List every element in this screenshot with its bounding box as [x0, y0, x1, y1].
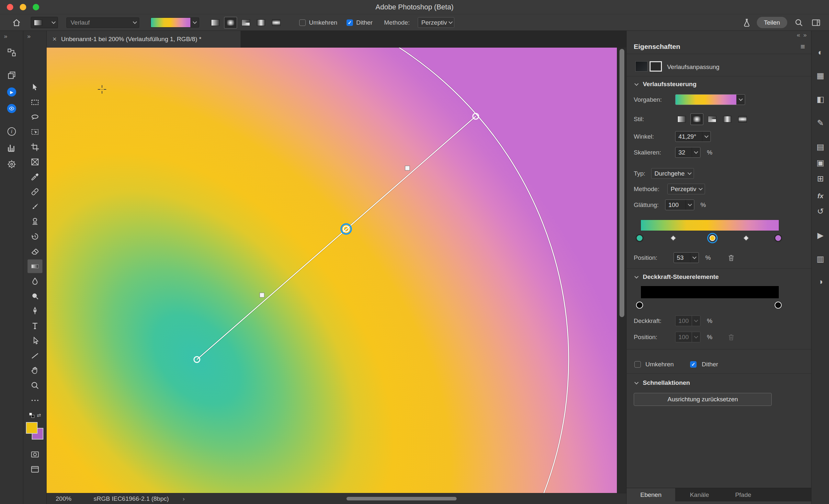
gradient-midpoint-diamond[interactable]	[744, 236, 749, 241]
shapes-panel-icon[interactable]: ▣	[812, 158, 829, 168]
close-tab-icon[interactable]: ×	[52, 35, 57, 43]
stil-reflected-button[interactable]	[721, 113, 734, 125]
navigator-panel-button[interactable]	[0, 159, 23, 169]
tool-preset-picker[interactable]	[31, 14, 58, 31]
props-umkehren-checkbox[interactable]	[635, 361, 641, 368]
actions-panel-icon[interactable]: ▶	[812, 230, 829, 240]
opacity-stop-end[interactable]	[774, 301, 782, 309]
frame-tool[interactable]	[23, 154, 47, 170]
gradient-style-reflected-button[interactable]	[255, 17, 267, 29]
workspace-switcher[interactable]	[811, 14, 821, 31]
winkel-input[interactable]: 41,29°	[675, 131, 711, 142]
history-panel-icon[interactable]: ↺	[812, 207, 829, 216]
edit-toolbar-button[interactable]	[23, 393, 47, 408]
nodes-panel-button[interactable]	[0, 48, 23, 57]
chevron-down-icon[interactable]	[690, 253, 698, 263]
home-button[interactable]	[12, 14, 22, 31]
props-dither-checkbox[interactable]: ✓	[690, 361, 696, 368]
styles-panel-icon[interactable]: fx	[812, 192, 829, 200]
properties-tab[interactable]: Eigenschaften	[634, 43, 680, 50]
stil-radial-button[interactable]	[690, 113, 704, 125]
brushes-panel-icon[interactable]: ✎	[812, 118, 829, 128]
type-tool[interactable]	[23, 318, 47, 333]
move-tool[interactable]	[23, 80, 47, 95]
brush-tool[interactable]	[23, 199, 47, 214]
libraries-panel-button[interactable]	[0, 71, 23, 80]
methode-dropdown[interactable]: Perzeptiv	[418, 14, 454, 31]
foreground-color-swatch[interactable]	[26, 422, 38, 434]
position2-input[interactable]: 100	[675, 332, 700, 343]
chevron-down-icon[interactable]	[702, 132, 711, 142]
comments-panel-icon[interactable]: ◑	[812, 277, 829, 286]
gradient-style-radial-button[interactable]	[224, 17, 237, 29]
dither-checkbox-row[interactable]: ✓ Dither	[347, 14, 373, 31]
object-selection-tool[interactable]	[23, 125, 47, 140]
gradient-style-linear-button[interactable]	[209, 17, 222, 29]
methode-dropdown[interactable]: Perzeptiv	[668, 184, 705, 194]
glaettung-input[interactable]: 100	[665, 200, 694, 210]
section-schnellaktionen[interactable]: Schnellaktionen	[626, 378, 812, 388]
section-deckkraft[interactable]: Deckkraft-Steuerelemente	[626, 272, 812, 282]
hand-tool[interactable]	[23, 363, 47, 378]
dither-checkbox[interactable]: ✓	[347, 20, 353, 26]
gradients-panel-icon[interactable]: ◧	[812, 95, 829, 104]
histogram-panel-button[interactable]	[0, 143, 23, 153]
delete-opacity-stop-button[interactable]	[727, 333, 735, 342]
expand-toolbar-button[interactable]: »	[27, 33, 30, 40]
line-tool[interactable]	[23, 348, 47, 363]
expand-dock-button[interactable]: »	[4, 33, 6, 40]
collapse-dock-icon[interactable]: «	[797, 31, 800, 38]
canvas-area[interactable]	[47, 48, 617, 493]
chevron-down-icon[interactable]	[686, 200, 694, 210]
beta-flask-button[interactable]	[742, 14, 752, 31]
marquee-tool[interactable]	[23, 95, 47, 110]
tool-presets-panel-icon[interactable]: ▥	[812, 254, 829, 264]
history-brush-tool[interactable]	[23, 229, 47, 244]
skalieren-input[interactable]: 32	[675, 147, 700, 158]
eraser-tool[interactable]	[23, 244, 47, 259]
stil-angle-button[interactable]	[706, 113, 719, 125]
panel-menu-icon[interactable]: ≡	[800, 42, 805, 51]
screen-mode-button[interactable]	[23, 462, 47, 477]
clone-stamp-tool[interactable]	[23, 214, 47, 229]
crop-tool[interactable]	[23, 140, 47, 154]
deckkraft-input[interactable]: 100	[675, 316, 700, 326]
section-verlaufssteuerung[interactable]: Verlaufssteuerung	[626, 79, 812, 89]
quick-mask-button[interactable]	[23, 447, 47, 462]
search-button[interactable]	[794, 14, 804, 31]
expand-dock-icon[interactable]: »	[803, 31, 807, 38]
default-colors-button[interactable]	[29, 413, 34, 418]
preview-panel-button[interactable]	[0, 104, 23, 113]
zoom-tool[interactable]	[23, 378, 47, 393]
delete-stop-button[interactable]	[727, 253, 735, 262]
gradient-style-diamond-button[interactable]	[270, 17, 283, 29]
pen-tool[interactable]	[23, 303, 47, 318]
info-panel-button[interactable]: i	[0, 127, 23, 136]
document-tab[interactable]: × Unbenannt-1 bei 200% (Verlaufsfüllung …	[47, 31, 241, 48]
gradient-editor-bar[interactable]	[641, 220, 779, 231]
swatches-panel-icon[interactable]: ▦	[812, 71, 829, 80]
vorgaben-dropdown[interactable]	[675, 94, 745, 105]
gradient-sample-dropdown[interactable]	[151, 14, 199, 31]
tab-ebenen[interactable]: Ebenen	[626, 488, 675, 502]
canvas[interactable]	[47, 48, 617, 493]
opacity-stop-start[interactable]	[636, 301, 643, 309]
healing-brush-tool[interactable]	[23, 184, 47, 199]
color-panel-icon[interactable]: ◐	[812, 48, 829, 57]
zoom-level[interactable]: 200%	[56, 495, 72, 502]
umkehren-checkbox[interactable]	[299, 20, 306, 26]
umkehren-checkbox-row[interactable]: Umkehren	[299, 14, 337, 31]
color-swatches[interactable]	[26, 422, 45, 441]
mask-thumbnail[interactable]	[650, 61, 662, 72]
tab-pfade[interactable]: Pfade	[724, 488, 763, 502]
gradient-tool[interactable]	[23, 259, 47, 274]
position-input[interactable]: 53	[674, 252, 699, 263]
midpoint-handle[interactable]	[260, 293, 264, 297]
horizontal-scrollbar-thumb[interactable]	[347, 497, 457, 500]
reset-alignment-button[interactable]: Ausrichtung zurücksetzen	[634, 393, 772, 406]
gradient-stop-end[interactable]	[774, 235, 782, 242]
swap-colors-button[interactable]: ⇄	[37, 412, 41, 418]
gradient-stop-selected[interactable]	[707, 233, 718, 243]
dock-chevrons[interactable]: « »	[797, 31, 807, 39]
blur-tool[interactable]	[23, 274, 47, 289]
